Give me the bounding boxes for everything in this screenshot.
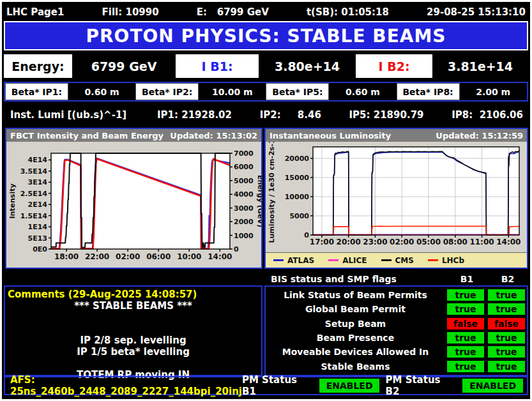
app-title: LHC Page1: [6, 6, 64, 18]
svg-text:11:00: 11:00: [469, 238, 494, 246]
bis-row: Moveable Devices Allowed Intruetrue: [266, 346, 527, 358]
comment-line: [8, 312, 259, 323]
svg-text:14:00: 14:00: [496, 238, 521, 246]
bis-row-badges: truetrue: [445, 361, 527, 372]
svg-text:23:00: 23:00: [363, 238, 387, 246]
bis-row-label: Beam Presence: [266, 333, 445, 343]
bis-row: Beam Presencetruetrue: [266, 332, 527, 344]
bis-status-table: Link Status of Beam PermitstruetrueGloba…: [264, 285, 528, 376]
inst-lumi-value-1: IP1: 21928.02: [157, 109, 232, 121]
svg-text:3E14: 3E14: [28, 178, 48, 186]
svg-text:3.5E14: 3.5E14: [20, 167, 48, 176]
status-badge-b2: true: [488, 303, 525, 315]
bis-row-label: Setup Beam: [266, 319, 445, 329]
intensity-b2-value: 3.81e+14: [432, 54, 528, 78]
svg-text:15000: 15000: [285, 174, 310, 182]
svg-text:05:00: 05:00: [416, 238, 441, 246]
instantaneous-luminosity-chart: 17:0020:0023:0002:0005:0008:0011:0014:00…: [266, 142, 527, 252]
pm-status-b2-label: PM Status B2: [385, 374, 457, 397]
bis-row-label: Link Status of Beam Permits: [266, 290, 445, 300]
top-status-bar: LHC Page1 Fill: 10990 E: 6799 GeV t(SB):…: [4, 4, 528, 20]
inst-lumi-value-2: IP2: 8.46: [260, 109, 321, 121]
comments-box: Comments (29-Aug-2025 14:08:57) *** STAB…: [4, 285, 262, 376]
beta-ip-value-3: 0.60 m: [329, 83, 396, 100]
comments-body: *** STABLE BEAMS ***IP 2/8 sep. levellin…: [8, 300, 259, 381]
fill-number: Fill: 10990: [102, 6, 159, 18]
svg-text:08:00: 08:00: [443, 238, 467, 246]
bis-row-badges: truetrue: [445, 289, 527, 301]
svg-text:10000: 10000: [285, 193, 310, 201]
legend-label: CMS: [395, 256, 414, 265]
svg-text:14:00: 14:00: [208, 252, 232, 261]
svg-text:10:00: 10:00: [177, 252, 201, 261]
page-mode-banner: PROTON PHYSICS: STABLE BEAMS: [4, 21, 528, 50]
svg-text:4E14: 4E14: [28, 156, 48, 164]
fbct-chart-panel: FBCT Intensity and Beam Energy Updated: …: [5, 128, 262, 269]
luminosity-chart-panel: Instantaneous Luminosity Updated: 15:12:…: [264, 128, 528, 269]
bis-row-badges: truetrue: [445, 346, 527, 358]
status-badge-b1: false: [447, 318, 484, 329]
svg-text:4000: 4000: [234, 190, 254, 199]
bis-row-label: Stable Beams: [266, 361, 445, 372]
svg-text:02:00: 02:00: [116, 252, 140, 261]
pm-status-b1-badge: ENABLED: [319, 379, 380, 393]
svg-text:17:00: 17:00: [310, 238, 334, 246]
svg-text:Luminosity / 1e30 cm-2s-1: Luminosity / 1e30 cm-2s-1: [268, 142, 276, 243]
legend-item-cms: CMS: [381, 256, 414, 265]
datetime: 29-08-25 15:13:10: [427, 6, 526, 18]
legend-dash-icon: [428, 259, 438, 261]
svg-text:Energy (GeV): Energy (GeV): [256, 175, 261, 227]
svg-text:0E0: 0E0: [33, 245, 47, 253]
svg-text:7000: 7000: [234, 149, 254, 158]
status-badge-b2: true: [488, 289, 525, 301]
svg-text:20:00: 20:00: [337, 238, 361, 246]
comment-line: *** STABLE BEAMS ***: [8, 300, 259, 312]
inst-lumi-row: Inst. Lumi [(ub.s)^-1] IP1: 21928.02IP2:…: [4, 105, 528, 125]
intensity-b1-value: 3.80e+14: [259, 54, 356, 78]
bis-col-b2: B2: [487, 274, 528, 284]
beta-ip-value-1: 0.60 m: [68, 83, 135, 100]
comment-line: IP 2/8 sep. levelling: [8, 335, 259, 346]
luminosity-legend: ATLASALICECMSLHCb: [266, 252, 527, 268]
pm-status-b1-label: PM Status B1: [242, 374, 314, 397]
luminosity-chart-titlebar: Instantaneous Luminosity Updated: 15:12:…: [266, 129, 527, 142]
svg-text:5E13: 5E13: [28, 234, 47, 243]
footer-bar: AFS: 25ns_2460b_2448_2089_2227_144bpi_20…: [4, 376, 528, 395]
svg-text:2E14: 2E14: [28, 200, 48, 209]
svg-text:22:00: 22:00: [85, 252, 109, 261]
energy-label: Energy:: [4, 54, 72, 78]
bis-header-row: BIS status and SMP flags B1 B2: [264, 272, 528, 285]
intensity-b2-label: I B2:: [356, 54, 432, 78]
bis-row-badges: truetrue: [445, 303, 527, 315]
inst-lumi-value-3: IP5: 21890.79: [349, 109, 424, 121]
beta-ip-label-4: Beta* IP8:: [397, 83, 460, 100]
svg-text:1000: 1000: [234, 232, 254, 240]
bis-row-label: Moveable Devices Allowed In: [266, 347, 445, 357]
status-badge-b1: true: [447, 303, 484, 315]
time-in-stable-beams: t(SB): 01:05:18: [307, 6, 389, 18]
status-badge-b1: true: [447, 332, 484, 344]
intensity-b1-label: I B1:: [176, 54, 259, 78]
beta-ip-value-2: 10.00 m: [199, 83, 266, 100]
energy-row: Energy: 6799 GeV I B1: 3.80e+14 I B2: 3.…: [4, 54, 528, 78]
bis-header-title: BIS status and SMP flags: [264, 274, 446, 284]
inst-lumi-label: Inst. Lumi [(ub.s)^-1]: [4, 109, 157, 121]
comment-line: [8, 358, 259, 369]
comment-line: IP 1/5 beta* levelling: [8, 346, 259, 358]
status-badge-b2: false: [488, 318, 525, 329]
legend-label: ATLAS: [287, 256, 314, 265]
legend-item-alice: ALICE: [328, 256, 367, 265]
beta-ip-label-3: Beta* IP5:: [266, 83, 329, 100]
afs-filling-scheme: AFS: 25ns_2460b_2448_2089_2227_144bpi_20…: [5, 374, 242, 397]
bis-row: Global Beam Permittruetrue: [266, 303, 527, 315]
status-badge-b1: true: [447, 346, 484, 358]
legend-label: ALICE: [342, 256, 367, 265]
svg-text:2000: 2000: [234, 218, 254, 226]
svg-text:1.5E14: 1.5E14: [20, 212, 48, 220]
luminosity-chart-updated: Updated: 15:12:59: [436, 131, 523, 140]
bis-row: Link Status of Beam Permitstruetrue: [266, 289, 527, 301]
energy-value: 6799 GeV: [72, 54, 176, 78]
legend-dash-icon: [328, 259, 338, 261]
bis-row: Setup Beamfalsefalse: [266, 318, 527, 329]
bis-row-label: Global Beam Permit: [266, 304, 445, 314]
